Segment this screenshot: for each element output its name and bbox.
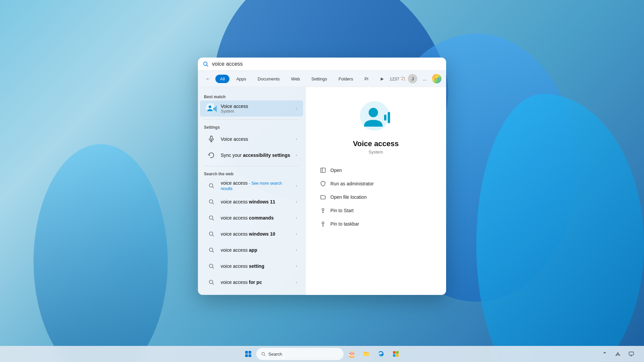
web-item-6-title: voice access setting	[221, 263, 292, 269]
best-match-arrow: ›	[296, 106, 297, 111]
taskbar-chevron-up[interactable]: ⌃	[598, 348, 610, 360]
search-icon	[203, 61, 209, 67]
action-file-location[interactable]: Open file location	[316, 191, 436, 203]
search-input[interactable]	[212, 61, 441, 67]
shield-icon	[320, 180, 326, 187]
web-item-2-title: voice access windows 11	[221, 199, 292, 204]
web-search-icon-3	[206, 213, 217, 223]
taskbar-edge[interactable]	[374, 347, 388, 361]
web-item-6[interactable]: voice access setting ›	[200, 258, 303, 274]
svg-rect-45	[364, 353, 369, 356]
web-arrow-2: ›	[296, 199, 297, 204]
settings-sync-accessibility[interactable]: Sync your accessibility settings ›	[200, 147, 303, 163]
web-item-3-text: voice access commands	[221, 215, 292, 221]
taskbar-file-explorer[interactable]	[360, 347, 373, 361]
svg-rect-42	[249, 354, 251, 357]
settings-arrow-2: ›	[296, 153, 297, 158]
web-search-icon-2	[206, 196, 217, 207]
web-search-label: Search the web	[198, 169, 305, 178]
web-item-6-text: voice access setting	[221, 263, 292, 269]
svg-line-15	[212, 187, 214, 188]
best-match-subtitle: System	[221, 109, 292, 114]
svg-line-27	[212, 283, 214, 285]
svg-point-18	[209, 216, 213, 220]
web-item-4-text: voice access windows 10	[221, 231, 292, 237]
web-item-5-title: voice access app	[221, 247, 292, 253]
web-item-5[interactable]: voice access app ›	[200, 242, 303, 258]
svg-rect-39	[245, 351, 248, 354]
tab-apps[interactable]: Apps	[231, 74, 251, 83]
svg-point-26	[209, 280, 213, 284]
svg-rect-30	[384, 115, 386, 121]
web-item-3[interactable]: voice access commands ›	[200, 210, 303, 226]
svg-line-17	[212, 203, 214, 204]
web-item-7[interactable]: voice access for pc ›	[200, 274, 303, 290]
folder-icon	[320, 194, 326, 200]
action-pin-start[interactable]: Pin to Start	[316, 204, 436, 217]
taskbar-app-1[interactable]: 🎂	[345, 347, 358, 361]
action-open[interactable]: Open	[316, 164, 436, 177]
svg-rect-32	[321, 168, 325, 172]
settings-voice-access[interactable]: Voice access ›	[200, 131, 303, 147]
best-match-item[interactable]: Voice access System ›	[200, 101, 303, 117]
svg-point-3	[436, 76, 438, 78]
web-item-1[interactable]: voice access - See more search results ›	[200, 178, 303, 194]
settings-arrow-1: ›	[296, 137, 297, 141]
divider-1	[204, 119, 299, 120]
svg-rect-49	[396, 354, 399, 357]
web-item-5-text: voice access app	[221, 247, 292, 253]
pin-start-icon	[320, 207, 326, 214]
taskbar-search[interactable]: Search	[256, 348, 343, 360]
tab-all[interactable]: All	[215, 74, 229, 83]
svg-rect-48	[393, 354, 396, 357]
svg-line-21	[212, 235, 214, 236]
svg-line-44	[264, 355, 265, 356]
voice-access-icon	[206, 103, 217, 114]
svg-point-20	[209, 232, 213, 236]
taskbar-store[interactable]	[389, 347, 402, 361]
svg-point-2	[434, 78, 436, 80]
tab-web[interactable]: Web	[286, 74, 305, 83]
svg-rect-10	[216, 106, 217, 112]
back-button[interactable]: ←	[203, 73, 213, 84]
tab-folders[interactable]: Folders	[334, 74, 358, 83]
web-search-icon-5	[206, 245, 217, 255]
copilot-icon[interactable]	[432, 74, 441, 83]
svg-rect-47	[396, 351, 399, 354]
play-button[interactable]: ▶	[377, 74, 387, 83]
search-bar	[198, 58, 446, 71]
svg-rect-8	[213, 108, 214, 110]
taskbar-network-icon[interactable]	[612, 348, 624, 360]
web-search-icon-4	[206, 229, 217, 239]
tab-settings[interactable]: Settings	[307, 74, 332, 83]
taskbar-display-icon[interactable]	[625, 348, 637, 360]
best-match-label: Best match	[198, 92, 305, 101]
user-avatar[interactable]: J	[408, 74, 417, 83]
settings-voice-access-text: Voice access	[221, 136, 292, 142]
tab-pi[interactable]: Pi	[360, 74, 373, 83]
svg-point-4	[437, 78, 439, 80]
start-button[interactable]	[241, 347, 255, 361]
tab-documents[interactable]: Documents	[253, 74, 284, 83]
web-arrow-7: ›	[296, 280, 297, 285]
app-icon-wrap	[359, 101, 393, 134]
best-match-title: Voice access	[221, 104, 292, 109]
web-item-2[interactable]: voice access windows 11 ›	[200, 194, 303, 210]
svg-point-22	[209, 248, 213, 252]
more-button[interactable]: ...	[420, 75, 429, 83]
web-search-icon-6	[206, 261, 217, 272]
web-item-1-text: voice access - See more search results	[221, 180, 292, 191]
svg-rect-41	[245, 354, 248, 357]
svg-rect-11	[210, 136, 212, 139]
action-pin-taskbar[interactable]: Pin to taskbar	[316, 218, 436, 230]
web-arrow-6: ›	[296, 264, 297, 268]
taskbar-search-text: Search	[268, 352, 282, 357]
left-panel: Best match	[198, 87, 305, 295]
web-search-icon-7	[206, 277, 217, 288]
web-item-4[interactable]: voice access windows 10 ›	[200, 226, 303, 242]
action-run-admin[interactable]: Run as administrator	[316, 177, 436, 190]
main-content: Best match	[198, 87, 446, 295]
web-item-7-text: voice access for pc	[221, 280, 292, 285]
svg-rect-31	[388, 112, 390, 123]
svg-point-33	[322, 208, 324, 210]
